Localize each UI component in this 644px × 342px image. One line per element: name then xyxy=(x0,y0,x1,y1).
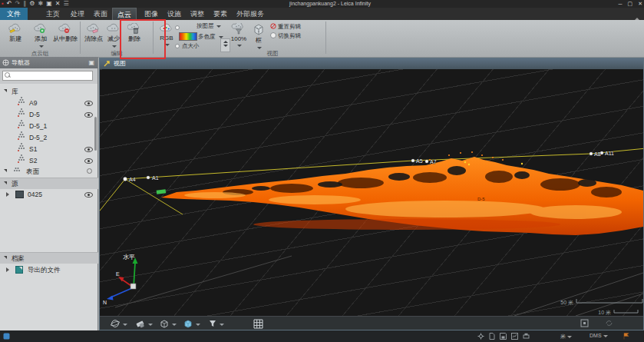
colormap-gradient-icon[interactable] xyxy=(179,32,197,41)
tab-home[interactable]: 主页 xyxy=(43,8,63,20)
stepper-down-icon[interactable] xyxy=(223,45,228,47)
flag-icon[interactable] xyxy=(623,333,631,340)
expander-icon[interactable] xyxy=(4,181,7,184)
stepper-up-icon[interactable] xyxy=(223,41,228,43)
exported-files-icon xyxy=(15,266,23,274)
multicolor-radio[interactable] xyxy=(175,25,180,30)
collapsed-expander-icon[interactable] xyxy=(6,192,9,197)
toggle-clip-radio[interactable] xyxy=(270,32,276,38)
new-doc-icon[interactable] xyxy=(489,333,495,340)
visibility-eye-icon[interactable] xyxy=(84,192,93,198)
pin-icon[interactable]: ∥ xyxy=(23,0,26,8)
filter-dropdown-caret[interactable] xyxy=(220,324,224,326)
sync-icon[interactable] xyxy=(605,319,613,327)
settings-icon[interactable]: ⚙ xyxy=(29,0,35,8)
viewport-canvas[interactable]: D-5 A4 A1 A5 A7 A8 A11 xyxy=(100,69,643,316)
ribbon-separator xyxy=(325,22,326,54)
tree-item-s1[interactable]: S1 xyxy=(0,144,98,154)
tree-item-d5[interactable]: D-5 xyxy=(0,109,98,120)
collapsed-expander-icon[interactable] xyxy=(6,267,9,272)
list-icon[interactable]: ☰ xyxy=(63,0,68,8)
search-icon xyxy=(5,72,10,78)
tree-item-s2[interactable]: S2 xyxy=(0,155,98,166)
tab-file[interactable]: 文件 xyxy=(0,8,28,20)
visibility-eye-icon[interactable] xyxy=(84,147,93,152)
tree-section-library[interactable]: 库 xyxy=(0,86,98,97)
close-button[interactable]: ✕ xyxy=(638,1,642,7)
box-dropdown-caret[interactable] xyxy=(257,47,262,49)
gear-icon[interactable] xyxy=(477,333,484,340)
tab-images[interactable]: 图像 xyxy=(141,8,161,20)
reduce-dropdown-caret[interactable] xyxy=(112,45,117,48)
toggle-clip-button[interactable]: 切换剪辑 xyxy=(270,32,301,40)
project-status-icon[interactable] xyxy=(3,333,10,340)
tree-item-d5-1[interactable]: D-5_1 xyxy=(0,121,98,131)
reset-clip-button[interactable]: 重置剪辑 xyxy=(270,23,301,31)
by-layer-dropdown[interactable]: 按图层 xyxy=(197,22,221,30)
rgb-dropdown-caret[interactable] xyxy=(165,44,170,46)
orbit-icon[interactable] xyxy=(111,319,120,328)
viewport-header[interactable]: 视图 xyxy=(100,58,643,69)
tab-surfaces[interactable]: 表面 xyxy=(91,8,111,20)
tree-item-0425[interactable]: 0425 xyxy=(0,189,98,200)
point-cloud[interactable]: D-5 xyxy=(157,151,643,235)
panel-pin-icon[interactable]: ▣ xyxy=(88,57,94,68)
search-input[interactable] xyxy=(2,71,93,81)
tree-item-d5-2[interactable]: D-5_2 xyxy=(0,132,98,143)
tab-features[interactable]: 要素 xyxy=(210,8,230,20)
save-icon[interactable] xyxy=(500,333,507,340)
eraser-icon[interactable] xyxy=(135,319,145,328)
expander-icon[interactable] xyxy=(4,256,7,259)
navigator-panel: 导航器 ▣ 库 A9 D-5 D-5_1 D-5_2 S1 S2 xyxy=(0,57,98,330)
expander-icon[interactable] xyxy=(4,169,7,172)
tree-item-exported-files[interactable]: 导出的文件 xyxy=(0,264,98,275)
tab-processing[interactable]: 处理 xyxy=(68,8,88,20)
tab-pointcloud-active[interactable]: 点云 xyxy=(112,8,137,20)
cube-view-icon[interactable] xyxy=(183,319,193,328)
tree-item-a9[interactable]: A9 xyxy=(0,98,98,108)
tab-external-services[interactable]: 外部服务 xyxy=(233,8,267,20)
close-doc-icon[interactable]: ✕ xyxy=(55,0,61,8)
eraser-dropdown-caret[interactable] xyxy=(148,324,153,326)
expander-icon[interactable] xyxy=(4,89,7,92)
expand-view-icon[interactable] xyxy=(580,319,589,327)
tab-infrastructure[interactable]: 设施 xyxy=(164,8,184,20)
filter-icon[interactable] xyxy=(208,319,217,328)
surface-icon xyxy=(14,170,15,171)
visibility-eye-icon[interactable] xyxy=(84,158,93,164)
grid-toggle-icon[interactable] xyxy=(253,319,263,329)
undo-icon[interactable]: ↶ xyxy=(7,0,12,8)
print-icon[interactable] xyxy=(523,333,530,340)
tab-adjustments[interactable]: 调整 xyxy=(187,8,207,20)
angle-caret xyxy=(603,335,608,337)
tree-section-archive[interactable]: 档案 xyxy=(0,252,98,264)
marker-label: A1 xyxy=(152,175,159,181)
pointcloud-icon xyxy=(18,113,20,115)
angle-format-selector[interactable]: DMS xyxy=(590,333,608,338)
clip-box-icon[interactable] xyxy=(159,319,169,328)
refresh-icon[interactable]: ✱ xyxy=(38,0,43,8)
tree-section-source[interactable]: 源 xyxy=(0,178,98,189)
visibility-eye-icon[interactable] xyxy=(84,101,93,106)
rgb-button[interactable]: RGB xyxy=(156,22,177,55)
pointcloud-icon xyxy=(18,148,20,149)
point-size-radio[interactable] xyxy=(175,44,180,48)
tree-section-surfaces[interactable]: 表面 xyxy=(0,166,98,177)
cube-view-dropdown-caret[interactable] xyxy=(196,324,200,326)
density-dropdown-caret[interactable] xyxy=(237,45,242,47)
tree-scrollbar[interactable] xyxy=(94,117,97,151)
window-icon[interactable]: ▣ xyxy=(46,0,52,8)
clip-box-dropdown-caret[interactable] xyxy=(172,324,177,326)
unit-selector[interactable]: 米 xyxy=(560,333,572,340)
cloud-new-icon xyxy=(8,23,22,34)
add-dropdown-caret[interactable] xyxy=(39,45,44,48)
minimize-button[interactable]: ─ xyxy=(619,2,623,7)
redo-icon[interactable]: ↷ xyxy=(15,0,21,8)
partial-visibility-icon[interactable] xyxy=(87,168,92,174)
multicolor-label: 多色度 xyxy=(198,33,216,41)
report-icon[interactable] xyxy=(511,333,518,340)
maximize-button[interactable]: ▢ xyxy=(628,1,633,7)
viewport-toolbar xyxy=(100,316,643,330)
orbit-dropdown-caret[interactable] xyxy=(123,324,127,326)
visibility-eye-icon[interactable] xyxy=(84,112,93,118)
